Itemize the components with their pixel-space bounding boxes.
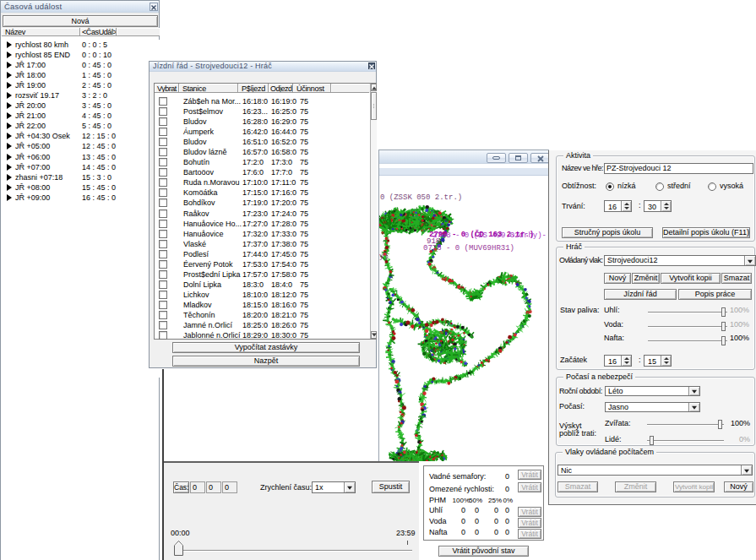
station-checkbox[interactable]	[159, 128, 167, 136]
animals-slider[interactable]	[647, 424, 724, 426]
event-row[interactable]: JŘ 17:00 0 : 45 : 0	[2, 60, 160, 70]
event-row[interactable]: JŘ 20:00 3 : 45 : 0	[2, 101, 160, 111]
timeline-track[interactable]	[177, 550, 412, 552]
event-row[interactable]: JŘ +05:00 12 : 45 : 0	[2, 141, 160, 151]
reset-fuel-button[interactable]: Vrátit	[518, 518, 541, 528]
event-row[interactable]: rychlost 80 kmh 0 : 0 : 5	[2, 40, 160, 50]
ai-delete-button[interactable]: Smazat	[557, 481, 598, 492]
fuel-uhli-slider-handle[interactable]	[721, 307, 726, 317]
event-row[interactable]: JŘ 18:00 1 : 45 : 0	[2, 70, 160, 80]
station-checkbox[interactable]	[159, 331, 167, 340]
time-minutes-field[interactable]: 0	[206, 481, 221, 493]
station-checkbox[interactable]	[159, 168, 167, 177]
start-hours-spinner[interactable]: 16	[604, 355, 632, 367]
timetable-row[interactable]: Těchonín 18:20:0 18:21:0 75	[155, 310, 369, 320]
timetable-row[interactable]: Záb$eh na Mor... 16:18:0 16:19:0 75	[155, 96, 369, 106]
map-canvas[interactable]: 0 (ZSSK 050 2.tr.) 2790 - 0 (ČD 163 2.tr…	[379, 176, 548, 461]
difficulty-low-label[interactable]: nízká	[617, 182, 636, 191]
station-checkbox[interactable]	[159, 321, 167, 329]
station-checkbox[interactable]	[159, 97, 167, 106]
station-checkbox[interactable]	[159, 230, 167, 238]
detail-description-button[interactable]: Detailní popis úkolu (F11)	[662, 227, 750, 238]
timetable-row[interactable]: Éervený Potok 17:53:0 17:54:0 75	[155, 259, 369, 269]
change-train-button[interactable]: Změnit	[632, 273, 660, 284]
controlled-train-combo[interactable]: Strojvedouci12	[604, 255, 756, 266]
timetable-row[interactable]: Jamné n.Orlicí 18:25:0 18:26:0 75	[155, 320, 369, 330]
event-row[interactable]: JŘ +07:00 14 : 45 : 0	[2, 162, 160, 172]
timetable-row[interactable]: Ruda n.Moravou 17:10:0 17:11:0 75	[155, 177, 369, 188]
column-header-empty[interactable]	[117, 28, 160, 36]
station-checkbox[interactable]	[159, 260, 167, 269]
reset-fuel-button[interactable]: Vrátit	[518, 529, 541, 539]
station-checkbox[interactable]	[159, 148, 167, 156]
station-checkbox[interactable]	[159, 291, 167, 299]
event-row[interactable]: JŘ +04:30 Osek 12 : 15 : 0	[2, 131, 160, 141]
station-checkbox[interactable]	[159, 280, 167, 289]
delete-train-button[interactable]: Smazat	[721, 273, 752, 284]
station-checkbox[interactable]	[159, 250, 167, 258]
column-header-vybrat[interactable]: Vybrat	[155, 84, 179, 93]
timetable-row[interactable]: Prost$ední Lipka 17:57:0 17:58:0 75	[155, 269, 369, 280]
event-close-button[interactable]	[150, 3, 158, 11]
job-description-button[interactable]: Popis práce	[678, 289, 752, 300]
timetable-row[interactable]: Bohdíkov 17:19:0 17:20:0 75	[155, 198, 369, 208]
timetable-row[interactable]: Hanuåovice 17:32:0 17:33:0 75	[155, 229, 369, 239]
scroll-down-button[interactable]	[371, 331, 377, 339]
fuel-nafta-slider-handle[interactable]	[721, 336, 726, 345]
column-header-odjezd[interactable]: Odjezd	[269, 84, 293, 93]
timetable-row[interactable]: Vlaské 17:37:0 17:38:0 75	[155, 239, 369, 249]
difficulty-radio-low[interactable]	[606, 182, 614, 191]
close-button[interactable]	[530, 153, 550, 163]
timetable-row[interactable]: Bludov lázně 16:57:0 16:58:0 75	[155, 147, 369, 157]
ai-change-button[interactable]: Změnit	[615, 481, 656, 492]
game-name-input[interactable]: PZ-Strojvedouci 12	[604, 163, 753, 174]
map-window-titlebar[interactable]	[379, 150, 548, 164]
spinner-buttons[interactable]	[621, 201, 631, 211]
time-seconds-field[interactable]: 0	[222, 481, 237, 493]
column-header-empty[interactable]	[331, 84, 369, 93]
event-row[interactable]: JŘ +08:00 15 : 45 : 0	[2, 182, 160, 193]
timetable-row[interactable]: Bludov 16:51:0 16:52:0 75	[155, 137, 369, 147]
duration-minutes-spinner[interactable]: 30	[644, 200, 672, 212]
season-combo[interactable]: Léto	[605, 386, 700, 396]
timetable-close-button[interactable]	[368, 63, 375, 69]
event-row[interactable]: JŘ +09:00 16 : 45 : 0	[2, 193, 160, 203]
combo-arrow-button[interactable]	[688, 387, 699, 395]
difficulty-radio-medium[interactable]	[655, 182, 664, 191]
timetable-row[interactable]: Mladkov 18:15:0 18:16:0 75	[155, 300, 369, 310]
station-checkbox[interactable]	[159, 220, 167, 228]
timetable-row[interactable]: Jablonné n.Orlicí 18:29:0 18:30:0 75	[155, 330, 369, 340]
combo-arrow-button[interactable]	[344, 482, 355, 492]
timetable-row[interactable]: Bartoöov 17:6:0 17:7:0 75	[155, 167, 369, 177]
new-train-button[interactable]: Nový	[604, 273, 631, 284]
timetable-row[interactable]: Dolní Lipka 18:3:0 18:4:0 75	[155, 280, 369, 290]
event-window-titlebar[interactable]: Časová událost	[1, 1, 159, 13]
duration-hours-spinner[interactable]: 16	[604, 200, 632, 212]
acceleration-combo[interactable]: 1x	[312, 481, 356, 493]
ai-new-button[interactable]: Nový	[724, 481, 753, 492]
station-checkbox[interactable]	[159, 209, 167, 218]
brief-description-button[interactable]: Stručný popis úkolu	[562, 227, 653, 238]
timetable-row[interactable]: Lichkov 18:10:0 18:12:0 75	[155, 290, 369, 300]
event-row[interactable]: rozsviť 19.17 3 : 2 : 0	[2, 90, 160, 101]
fuel-voda-slider[interactable]	[648, 326, 727, 328]
reset-speed-limits-button[interactable]: Vrátit	[518, 482, 541, 492]
timetable-scrollbar[interactable]	[370, 84, 377, 339]
column-header-ucinnost[interactable]: Účinnost	[293, 84, 331, 93]
people-slider-handle[interactable]	[650, 436, 654, 445]
minimize-button[interactable]	[487, 153, 506, 163]
event-row[interactable]: JŘ +06:00 13 : 45 : 0	[2, 152, 160, 162]
spinner-buttons[interactable]	[661, 356, 671, 366]
maximize-button[interactable]	[509, 153, 528, 163]
timetable-row[interactable]: Post$elmov 16:23... 16:25:0 75	[155, 106, 369, 117]
station-checkbox[interactable]	[159, 240, 167, 248]
ai-copy-button[interactable]: Vytvořit kopii	[673, 481, 715, 492]
back-button[interactable]: Nazpět	[172, 356, 360, 367]
event-row[interactable]: JŘ 22:00 5 : 45 : 0	[2, 121, 160, 131]
scroll-thumb[interactable]	[371, 92, 377, 120]
timetable-row[interactable]: Áumperk 16:42:0 16:44:0 75	[155, 127, 369, 137]
combo-arrow-button[interactable]	[744, 256, 755, 265]
spinner-buttons[interactable]	[621, 356, 631, 366]
compute-stops-button[interactable]: Vypočítat zastávky	[172, 342, 360, 353]
time-button[interactable]: Čas:	[173, 481, 189, 493]
